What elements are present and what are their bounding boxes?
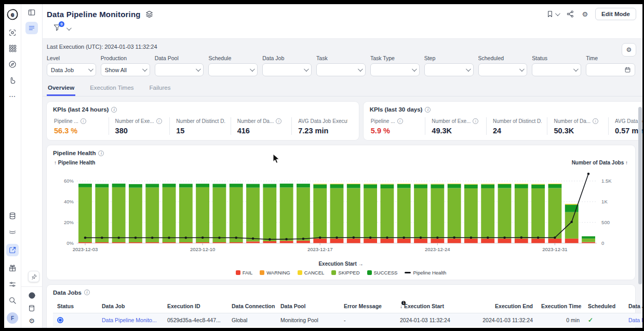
legend-pipeline-health[interactable]: Pipeline Health (405, 270, 446, 275)
col-data-job-type[interactable]: Data Job... ↑2 (624, 299, 642, 313)
legend-cancel[interactable]: CANCEL (298, 270, 325, 275)
info-icon[interactable]: i (276, 118, 281, 124)
time-date-input[interactable] (586, 63, 635, 76)
info-icon[interactable]: i (111, 107, 117, 113)
filter-funnel-button[interactable]: 0 (53, 23, 61, 34)
secondary-sidebar-footer: i ⚙ (21, 286, 42, 325)
chevron-down-icon (250, 66, 255, 72)
col-execution-time[interactable]: Execution Time (537, 299, 584, 313)
info-icon[interactable]: i (98, 150, 104, 156)
info-filled-icon[interactable]: i (28, 292, 36, 299)
svg-text:60%: 60% (64, 178, 74, 184)
chevron-down-icon (412, 66, 417, 72)
edit-mode-button[interactable]: Edit Mode (595, 8, 636, 20)
filter-scheduled: Scheduled (478, 55, 528, 76)
data-connection-cell: Global (227, 327, 276, 328)
col-execution-start[interactable]: ↓1 Execution Start (396, 299, 468, 313)
col-data-job[interactable]: Data Job (98, 299, 163, 313)
legend-skipped[interactable]: SKIPPED (331, 270, 359, 275)
col-data-pool[interactable]: Data Pool (276, 299, 340, 313)
data-export-nav-active[interactable] (6, 244, 19, 256)
svg-text:2023-12-24: 2023-12-24 (425, 246, 450, 252)
pin-panel-button[interactable] (28, 271, 39, 282)
filter-status: Status (532, 55, 581, 76)
info-icon[interactable]: i (473, 118, 478, 124)
data-job-link[interactable]: Data Pipeline Monito... (98, 313, 163, 327)
chevron-down-icon (555, 11, 560, 16)
data-job-type-link[interactable]: Data Integration (624, 327, 642, 328)
pipeline-health-chart[interactable]: 0%020%50040%1K60%1.5K2023-12-032023-12-1… (53, 166, 629, 261)
filter-level: LevelData Job (47, 55, 96, 76)
settings-button[interactable]: ⚙ (582, 10, 588, 18)
col-execution-id[interactable]: Execution ID (163, 299, 227, 313)
process-scan-icon[interactable] (8, 29, 17, 37)
svg-text:0%: 0% (66, 240, 74, 246)
task-select[interactable] (316, 63, 366, 76)
kpi-value: 5.9 % (371, 127, 420, 135)
database-icon[interactable] (8, 212, 17, 220)
layers-icon[interactable] (145, 10, 154, 19)
waves-icon[interactable] (8, 228, 17, 236)
legend-success[interactable]: SUCCESS (367, 270, 398, 275)
filter-settings-button[interactable]: ⚙ (622, 43, 636, 57)
info-icon[interactable]: i (397, 118, 403, 124)
kpi-avg-exec-24h: AVG Data Job Execut...i7.23 min (291, 117, 353, 135)
data-job-select[interactable] (262, 63, 312, 76)
production-select[interactable]: Show All (101, 63, 150, 76)
col-status[interactable]: Status (53, 299, 98, 313)
info-icon[interactable]: i (593, 118, 598, 124)
execution-id-cell: 04f2b853-98e3-437... (163, 327, 227, 328)
task-type-select[interactable] (370, 63, 420, 76)
data-job-type-link[interactable]: Data Integration (624, 313, 642, 327)
gift-icon[interactable] (8, 264, 17, 272)
filter-data-pool: Data Pool (155, 55, 204, 76)
calendar-icon (624, 66, 631, 73)
share-button[interactable] (566, 10, 574, 18)
legend-fail[interactable]: FAIL (236, 270, 253, 275)
vertical-scrollbar[interactable] (638, 107, 642, 284)
col-data-connection[interactable]: Data Connection (227, 299, 276, 313)
col-scheduled[interactable]: Scheduled (584, 299, 624, 313)
panel-toggle-icon[interactable] (28, 8, 36, 17)
last-execution-label: Last Execution (UTC): 2024-01-03 11:32:2… (47, 44, 635, 50)
tab-execution-times[interactable]: Execution Times (89, 80, 135, 96)
data-cylinder-icon[interactable] (28, 304, 36, 312)
col-execution-end[interactable]: Execution End (468, 299, 537, 313)
bookmark-button[interactable] (546, 10, 559, 18)
info-icon[interactable]: i (156, 118, 162, 124)
chevron-down-icon (358, 66, 363, 72)
info-icon[interactable]: i (81, 118, 86, 124)
asset-list-nav-active[interactable] (25, 22, 38, 34)
scheduled-select[interactable] (478, 63, 528, 76)
apps-grid-icon[interactable] (9, 45, 17, 52)
table-row[interactable]: Data Pipeline Monito... 0529d35a-4ec8-44… (53, 313, 642, 327)
info-icon[interactable]: i (84, 289, 90, 295)
search-icon[interactable] (8, 296, 17, 305)
settings-gear-icon[interactable]: ⚙ (29, 317, 35, 325)
more-ellipsis-icon[interactable]: ⋯ (9, 92, 16, 100)
filter-panel: Last Execution (UTC): 2024-01-03 11:32:2… (43, 39, 642, 80)
sliders-icon[interactable] (8, 280, 17, 288)
info-icon[interactable]: i (425, 107, 431, 113)
chevron-down-icon[interactable] (66, 25, 72, 31)
data-job-link[interactable]: Global DJ-1 (98, 327, 163, 328)
compass-icon[interactable] (8, 60, 17, 68)
data-pool-select[interactable] (155, 63, 204, 76)
execution-end-cell: 2024-01-03 11:38:27 (468, 327, 537, 328)
legend-warning[interactable]: WARNING (260, 270, 290, 275)
status-select[interactable] (532, 63, 581, 76)
kpi-value: 24 (493, 127, 542, 135)
kpi-value: 50.3K (554, 127, 603, 135)
celonis-logo-icon[interactable]: c (6, 8, 19, 21)
table-row[interactable]: ✓ Global DJ-1 04f2b853-98e3-437... Globa… (53, 327, 642, 328)
level-select[interactable]: Data Job (47, 63, 96, 76)
tab-failures[interactable]: Failures (149, 80, 172, 96)
step-select[interactable] (424, 63, 474, 76)
col-error-message[interactable]: Error Message (340, 299, 396, 313)
schedule-select[interactable] (208, 63, 258, 76)
sort-desc-icon[interactable]: ↓1 (400, 304, 403, 309)
tab-overview[interactable]: Overview (47, 80, 75, 96)
hand-pointer-icon[interactable] (8, 76, 17, 85)
kpi-executions-30d: Number of Exe...i49.3K (425, 117, 486, 135)
user-avatar[interactable]: F (7, 312, 18, 324)
